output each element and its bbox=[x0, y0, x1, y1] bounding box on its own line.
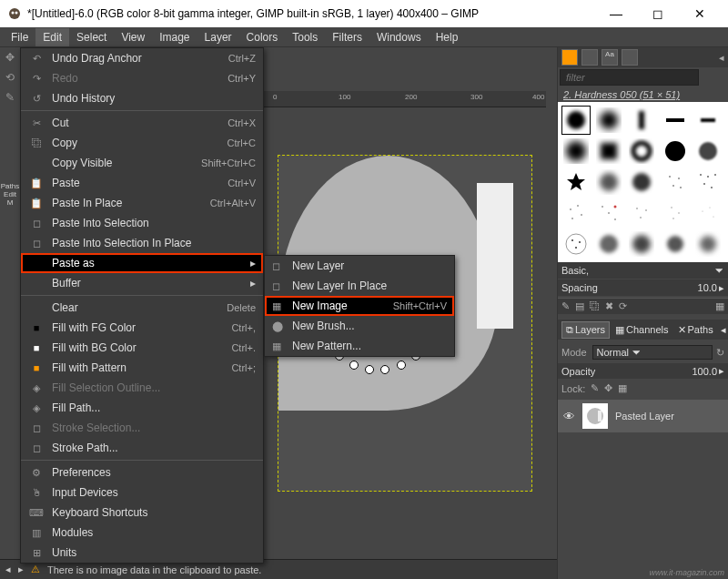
brush-item[interactable] bbox=[661, 168, 690, 197]
menu-layer[interactable]: Layer bbox=[197, 28, 239, 46]
tab-fonts-icon[interactable]: Aa bbox=[602, 49, 618, 66]
menuitem-undo-history[interactable]: ↺Undo History bbox=[21, 88, 263, 108]
brush-item[interactable] bbox=[561, 106, 591, 135]
new-icon[interactable]: ▤ bbox=[575, 300, 584, 312]
menuitem-fill-with-bg-color[interactable]: ■Fill with BG ColorCtrl+. bbox=[21, 338, 263, 358]
lock-pixels-icon[interactable]: ✎ bbox=[591, 382, 599, 394]
menu-colors[interactable]: Colors bbox=[239, 28, 286, 46]
menuitem-copy[interactable]: ⿻CopyCtrl+C bbox=[21, 133, 263, 153]
brush-item[interactable] bbox=[693, 106, 723, 135]
submenuitem-new-layer[interactable]: ◻New Layer bbox=[265, 256, 454, 276]
tab-paths[interactable]: ✕Paths bbox=[674, 322, 717, 338]
menu-image[interactable]: Image bbox=[152, 28, 197, 46]
brush-item[interactable] bbox=[661, 106, 690, 135]
minimize-button[interactable]: — bbox=[595, 0, 637, 27]
stepper-icon[interactable]: ▸ bbox=[719, 365, 724, 377]
menuitem-cut[interactable]: ✂CutCtrl+X bbox=[21, 113, 263, 133]
tool-rotate-icon[interactable]: ⟲ bbox=[0, 67, 20, 87]
duplicate-icon[interactable]: ⿻ bbox=[590, 300, 600, 312]
brush-item[interactable] bbox=[661, 229, 690, 259]
menuitem-paste-in-place[interactable]: 📋Paste In PlaceCtrl+Alt+V bbox=[21, 193, 263, 213]
tab-brushes-icon[interactable] bbox=[561, 49, 578, 66]
close-button[interactable]: ✕ bbox=[679, 0, 721, 27]
preset-selector[interactable]: Basic, ⏷ bbox=[558, 262, 728, 279]
maximize-button[interactable]: ◻ bbox=[637, 0, 679, 27]
spacing-row[interactable]: Spacing 10.0 ▸ bbox=[558, 279, 728, 296]
menuitem-buffer[interactable]: Buffer▸ bbox=[21, 273, 263, 293]
refresh-icon[interactable]: ⟳ bbox=[619, 300, 627, 312]
submenuitem-new-pattern-[interactable]: ▦New Pattern... bbox=[265, 336, 454, 356]
menuitem-clear[interactable]: ClearDelete bbox=[21, 298, 263, 318]
panel-menu-icon[interactable]: ◂ bbox=[721, 324, 726, 336]
brush-item[interactable] bbox=[561, 137, 591, 166]
menu-edit[interactable]: Edit bbox=[35, 28, 69, 46]
submenuitem-new-brush-[interactable]: ⬤New Brush... bbox=[265, 316, 454, 336]
brush-item[interactable] bbox=[627, 198, 656, 228]
menuitem-units[interactable]: ⊞Units bbox=[21, 543, 263, 563]
menu-filters[interactable]: Filters bbox=[325, 28, 369, 46]
opacity-row[interactable]: Opacity 100.0 ▸ bbox=[558, 363, 728, 379]
submenuitem-new-image[interactable]: ▦New ImageShift+Ctrl+V bbox=[265, 296, 454, 316]
brush-item[interactable] bbox=[627, 106, 656, 135]
menuitem-paste-into-selection[interactable]: ◻Paste Into Selection bbox=[21, 213, 263, 233]
lock-position-icon[interactable]: ✥ bbox=[604, 382, 612, 394]
brush-item[interactable] bbox=[561, 168, 591, 197]
menu-select[interactable]: Select bbox=[69, 28, 114, 46]
menu-tools[interactable]: Tools bbox=[285, 28, 325, 46]
brush-item[interactable] bbox=[693, 137, 723, 166]
menu-icon[interactable]: ▦ bbox=[715, 300, 724, 312]
panel-menu-icon[interactable]: ◂ bbox=[719, 52, 724, 64]
menuitem-keyboard-shortcuts[interactable]: ⌨Keyboard Shortcuts bbox=[21, 503, 263, 523]
menuitem-stroke-path-[interactable]: ◻Stroke Path... bbox=[21, 438, 263, 458]
brush-item[interactable] bbox=[594, 106, 623, 135]
tab-channels[interactable]: ▦Channels bbox=[612, 322, 672, 338]
nav-next-icon[interactable]: ▸ bbox=[18, 564, 24, 575]
menuitem-preferences[interactable]: ⚙Preferences bbox=[21, 462, 263, 482]
tool-brush-icon[interactable]: ✎ bbox=[0, 87, 20, 107]
menuitem-fill-path-[interactable]: ◈Fill Path... bbox=[21, 398, 263, 418]
brush-item[interactable] bbox=[693, 168, 723, 197]
delete-icon[interactable]: ✖ bbox=[605, 300, 613, 312]
brush-item[interactable] bbox=[561, 198, 591, 228]
menu-view[interactable]: View bbox=[114, 28, 152, 46]
tool-move-icon[interactable]: ✥ bbox=[0, 47, 20, 67]
tab-layers[interactable]: ⧉Layers bbox=[561, 321, 610, 339]
brush-item[interactable] bbox=[594, 229, 623, 259]
menuitem-paste[interactable]: 📋PasteCtrl+V bbox=[21, 173, 263, 193]
lock-alpha-icon[interactable]: ▦ bbox=[618, 382, 627, 394]
edit-icon[interactable]: ✎ bbox=[561, 300, 570, 312]
menu-file[interactable]: File bbox=[4, 28, 35, 46]
nav-prev-icon[interactable]: ◂ bbox=[5, 564, 11, 575]
menuitem-paste-into-selection-in-place[interactable]: ◻Paste Into Selection In Place bbox=[21, 233, 263, 253]
brush-item[interactable] bbox=[627, 229, 656, 259]
brush-item[interactable] bbox=[627, 137, 656, 166]
menuitem-copy-visible[interactable]: Copy VisibleShift+Ctrl+C bbox=[21, 153, 263, 173]
visibility-icon[interactable]: 👁 bbox=[563, 410, 575, 423]
mode-reset-icon[interactable]: ↻ bbox=[716, 347, 724, 359]
brush-item[interactable] bbox=[561, 229, 591, 259]
menuitem-undo-drag-anchor[interactable]: ↶Undo Drag AnchorCtrl+Z bbox=[21, 48, 263, 68]
menuitem-input-devices[interactable]: 🖱Input Devices bbox=[21, 482, 263, 503]
brush-item[interactable] bbox=[594, 168, 623, 197]
brush-item[interactable] bbox=[594, 198, 623, 228]
brush-item[interactable] bbox=[594, 137, 623, 166]
menuitem-fill-with-pattern[interactable]: ■Fill with PatternCtrl+; bbox=[21, 358, 263, 378]
tab-patterns-icon[interactable] bbox=[581, 49, 598, 66]
menuitem-paste-as[interactable]: Paste as▸ bbox=[21, 253, 263, 273]
brush-item[interactable] bbox=[661, 198, 690, 228]
brush-item[interactable] bbox=[627, 168, 656, 197]
menuitem-modules[interactable]: ▥Modules bbox=[21, 523, 263, 543]
brush-item[interactable] bbox=[693, 229, 723, 259]
tab-history-icon[interactable] bbox=[622, 49, 638, 66]
menu-windows[interactable]: Windows bbox=[369, 28, 429, 46]
brush-filter-input[interactable] bbox=[560, 69, 699, 86]
stepper-icon[interactable]: ▸ bbox=[719, 282, 724, 294]
brush-item[interactable] bbox=[693, 198, 723, 228]
brush-item[interactable] bbox=[661, 137, 690, 166]
layer-name[interactable]: Pasted Layer bbox=[615, 411, 674, 422]
mode-select[interactable]: Normal ⏷ bbox=[592, 345, 713, 360]
menuitem-fill-with-fg-color[interactable]: ■Fill with FG ColorCtrl+, bbox=[21, 318, 263, 338]
layer-item[interactable]: 👁 Pasted Layer bbox=[558, 400, 728, 432]
submenuitem-new-layer-in-place[interactable]: ◻New Layer In Place bbox=[265, 276, 454, 296]
menu-help[interactable]: Help bbox=[429, 28, 466, 46]
